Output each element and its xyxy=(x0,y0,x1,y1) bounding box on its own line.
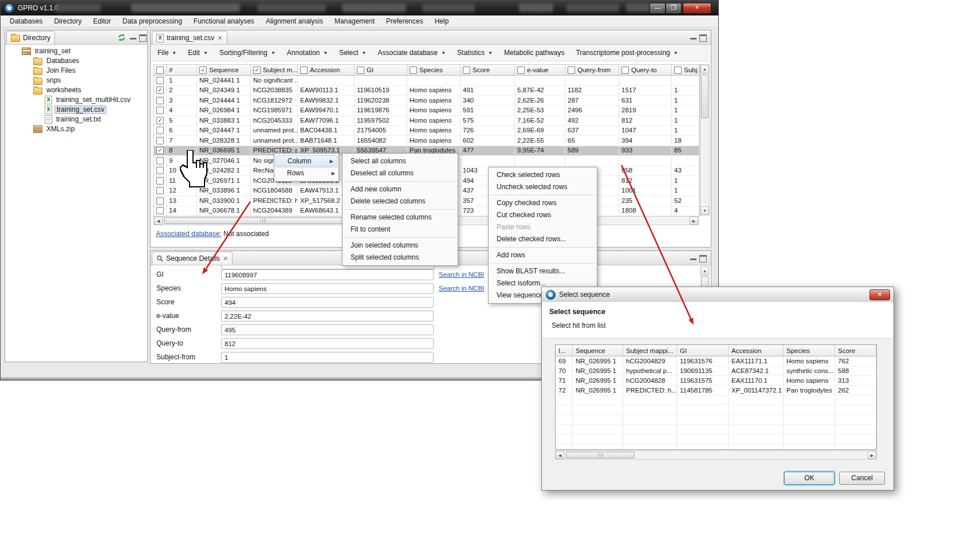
dialog-cell[interactable]: 262 xyxy=(835,386,876,395)
cell[interactable] xyxy=(515,156,565,166)
close-button[interactable]: × xyxy=(683,3,711,14)
cell[interactable] xyxy=(461,76,515,86)
column-checkbox[interactable] xyxy=(410,66,417,74)
cell[interactable]: EAW99832.1 xyxy=(298,96,355,106)
maximize-view-icon[interactable] xyxy=(699,255,707,262)
column-checkbox[interactable] xyxy=(357,66,364,74)
minimize-button[interactable]: — xyxy=(650,3,666,14)
dialog-cell[interactable]: synthetic cons... xyxy=(784,366,835,376)
cell[interactable]: 2,69E-69 xyxy=(515,126,565,136)
tree-item-training-set-multihit-csv[interactable]: Xtraining_set_multiHit.csv xyxy=(5,95,147,105)
query-from-field[interactable]: 495 xyxy=(221,324,434,335)
cancel-button[interactable]: Cancel xyxy=(839,472,885,485)
row-checkbox[interactable] xyxy=(156,157,164,164)
menu-management[interactable]: Management xyxy=(329,15,380,28)
row-checkbox[interactable] xyxy=(156,107,164,114)
dialog-cell[interactable]: PREDICTED: h... xyxy=(623,386,677,395)
row-checkbox[interactable] xyxy=(156,197,164,205)
toolbar-select[interactable]: Select▼ xyxy=(339,49,366,57)
tree-item-training-set[interactable]: training_set xyxy=(5,46,147,56)
cell[interactable]: 933 xyxy=(619,146,672,156)
gi-field[interactable]: 119608997 xyxy=(221,269,434,280)
cell[interactable]: 65 xyxy=(565,136,619,146)
tree-item-snps[interactable]: snps xyxy=(5,76,147,85)
toolbar-sorting-filtering[interactable]: Sorting/Filtering▼ xyxy=(219,49,275,57)
column-checkbox[interactable] xyxy=(463,66,470,74)
dialog-cell[interactable]: NR_026995 1 xyxy=(573,386,623,395)
cell[interactable]: Homo sapiens xyxy=(407,86,461,96)
cell[interactable]: NR_026971 1 xyxy=(197,176,251,186)
cell[interactable]: No significant ... xyxy=(251,76,298,86)
cell[interactable]: 1 xyxy=(672,186,699,197)
tab-close-icon[interactable]: ✕ xyxy=(223,256,228,262)
dialog-cell[interactable]: EAX11170.1 xyxy=(729,376,784,386)
cell[interactable]: 1182 xyxy=(565,86,619,96)
dialog-cell[interactable]: 588 xyxy=(835,366,876,376)
column-checkbox[interactable] xyxy=(674,66,682,74)
header-subject-m[interactable]: ✓Subject m... xyxy=(251,65,298,76)
row-check-cell[interactable] xyxy=(154,126,167,136)
menu-item-show-blast-results[interactable]: Show BLAST results... xyxy=(489,265,597,277)
dialog-cell[interactable]: Pan troglodytes xyxy=(784,386,835,395)
tree-item-training-set-csv[interactable]: Xtraining_set.csv xyxy=(5,105,147,115)
tab-close-icon[interactable]: ✕ xyxy=(217,35,222,41)
table-row[interactable]: 4NR_026984 1hCG1985971EAW99470.111961987… xyxy=(154,106,699,116)
table-row[interactable]: ✓5NR_033883 1hCG2045333EAW77096.11195975… xyxy=(154,116,699,126)
toolbar-statistics[interactable]: Statistics▼ xyxy=(457,49,493,57)
menu-data-preprocessing[interactable]: Data preprocessing xyxy=(117,15,188,28)
cell[interactable]: NR_024447 1 xyxy=(197,126,251,136)
cell[interactable]: NR_033900 1 xyxy=(197,196,251,206)
header-gi[interactable]: GI xyxy=(355,65,407,76)
menu-item-copy-checked-rows[interactable]: Copy checked rows xyxy=(489,197,597,209)
dialog-cell[interactable]: NR_026995 1 xyxy=(573,366,623,376)
cell[interactable] xyxy=(298,76,355,86)
cell[interactable]: Homo sapiens xyxy=(407,96,461,106)
menu-item-delete-checked-rows[interactable]: Delete checked rows... xyxy=(489,233,597,245)
row-check-cell[interactable] xyxy=(154,176,167,186)
dialog-cell[interactable]: 119631575 xyxy=(677,376,729,386)
cell[interactable] xyxy=(565,76,619,86)
menu-item-cut-checked-rows[interactable]: Cut checked rows xyxy=(489,209,597,221)
tab-sequence-details[interactable]: Sequence Details ✕ xyxy=(152,252,233,265)
toolbar-metabolic-pathways[interactable]: Metabolic pathways xyxy=(504,49,564,57)
cell-num[interactable]: 4 xyxy=(167,106,197,116)
menu-alignment-analysis[interactable]: Alignment analysis xyxy=(260,15,329,28)
cell[interactable]: hCG2038835 xyxy=(251,86,298,96)
maximize-view-icon[interactable] xyxy=(139,34,147,42)
maximize-button[interactable]: ❒ xyxy=(666,3,682,14)
cell[interactable]: 2819 xyxy=(619,106,672,116)
cell[interactable]: NR_024441 1 xyxy=(197,76,251,86)
cell[interactable]: unnamed prot... xyxy=(251,136,298,146)
header-accession[interactable]: Accession xyxy=(298,65,355,76)
cell[interactable]: 119619876 xyxy=(355,106,407,116)
cell[interactable]: EAW90113.1 xyxy=(298,86,355,96)
row-checkbox[interactable] xyxy=(156,137,164,144)
header-e-value[interactable]: e-value xyxy=(515,65,565,76)
dialog-cell[interactable]: Homo sapiens xyxy=(784,376,835,386)
tree-item-xmls-zip[interactable]: XMLs.zip xyxy=(5,124,147,134)
cell[interactable]: 492 xyxy=(565,116,619,126)
cell[interactable] xyxy=(407,76,461,86)
cell-num[interactable]: 1 xyxy=(167,76,197,86)
column-checkbox[interactable] xyxy=(621,66,629,74)
table-row[interactable]: 6NR_024447 1unnamed prot...BAC04438.1217… xyxy=(154,126,699,136)
cell[interactable]: hCG1985971 xyxy=(251,106,298,116)
row-check-cell[interactable] xyxy=(154,96,167,106)
dialog-header-gi[interactable]: GI xyxy=(677,345,729,356)
dialog-horizontal-scrollbar[interactable]: ◀ ▶ xyxy=(555,450,877,460)
cell[interactable]: 394 xyxy=(619,136,672,146)
header-query-from[interactable]: Query-from xyxy=(565,65,619,76)
row-checkbox[interactable]: ✓ xyxy=(156,147,164,154)
row-checkbox[interactable] xyxy=(156,187,164,194)
cell[interactable]: NR_024282 1 xyxy=(197,166,251,177)
scroll-right-icon[interactable]: ▶ xyxy=(690,217,698,225)
dialog-cell[interactable]: NR_026995 1 xyxy=(573,376,623,386)
cell-num[interactable]: 5 xyxy=(167,116,197,126)
cell[interactable]: 16554082 xyxy=(355,136,407,146)
cell[interactable]: hCG2044389 xyxy=(251,206,298,217)
cell[interactable]: 2,25E-53 xyxy=(515,106,565,116)
menu-item-rows[interactable]: Rows▶ xyxy=(274,167,339,179)
cell[interactable]: 812 xyxy=(619,116,672,126)
tree-item-worksheets[interactable]: worksheets xyxy=(5,85,147,95)
dialog-cell[interactable]: 114581785 xyxy=(677,386,729,395)
